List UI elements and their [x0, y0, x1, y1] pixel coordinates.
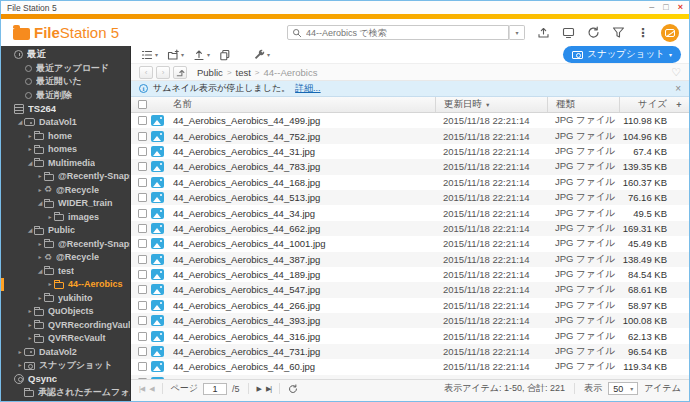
file-row[interactable]: 44_Aerobics_Aerobics_44_266.jpg2015/11/1… [131, 298, 689, 313]
expand-arrow-icon[interactable]: ▸ [16, 349, 24, 355]
expand-arrow-icon[interactable]: ▸ [46, 281, 54, 287]
sidebar-item-item[interactable]: 最近削除 [1, 89, 130, 103]
collapse-arrow-icon[interactable]: ◢ [26, 160, 34, 166]
file-checkbox[interactable] [138, 239, 147, 248]
expand-arrow-icon[interactable]: ▸ [36, 241, 44, 247]
expand-arrow-icon[interactable]: ▸ [36, 254, 44, 260]
next-page-button[interactable]: ▶ [257, 385, 261, 392]
file-checkbox[interactable] [138, 270, 147, 279]
expand-arrow-icon[interactable]: ▸ [26, 133, 34, 139]
expand-arrow-icon[interactable]: ▸ [36, 187, 44, 193]
name-column-header[interactable]: 名前 [173, 97, 435, 112]
sidebar-item-qvrrecordingvaultsys[interactable]: ▸QVRRecordingVaultSys [1, 318, 130, 332]
minimize-button[interactable]: – [649, 3, 654, 12]
file-row[interactable]: 44_Aerobics_Aerobics_44_513.jpg2015/11/1… [131, 190, 689, 205]
file-row[interactable]: 44_Aerobics_Aerobics_44_662.jpg2015/11/1… [131, 221, 689, 236]
file-row[interactable]: 44_Aerobics_Aerobics_44_752.jpg2015/11/1… [131, 128, 689, 143]
close-infobar-button[interactable]: × [675, 84, 681, 94]
sidebar-item-public[interactable]: ◢Public [1, 224, 130, 238]
sidebar-item-item[interactable]: 最近アップロード [1, 62, 130, 76]
sidebar-item-datavol1[interactable]: ◢DataVol1 [1, 116, 130, 130]
sidebar-item-item[interactable]: ▸スナップショット [1, 359, 130, 373]
file-checkbox[interactable] [138, 147, 147, 156]
collapse-arrow-icon[interactable]: ◢ [36, 200, 44, 206]
sidebar-item-home[interactable]: ▸home [1, 129, 130, 143]
sidebar-item-yukihito[interactable]: ▸yukihito [1, 291, 130, 305]
file-row[interactable]: 44_Aerobics_Aerobics_44_393.jpg2015/11/1… [131, 313, 689, 328]
file-checkbox[interactable] [138, 132, 147, 141]
file-row[interactable]: 44_Aerobics_Aerobics_44_31.jpg2015/11/18… [131, 144, 689, 159]
snapshot-button[interactable]: スナップショット ▾ [563, 46, 681, 63]
favorite-button[interactable]: ♡ [671, 67, 681, 78]
select-all-checkbox[interactable] [138, 100, 147, 109]
file-row[interactable]: 44_Aerobics_Aerobics_44_316.jpg2015/11/1… [131, 328, 689, 343]
sidebar-item-multimedia[interactable]: ◢Multimedia [1, 156, 130, 170]
refresh-list-icon[interactable] [288, 384, 298, 394]
parent-folder-button[interactable] [173, 66, 187, 79]
file-checkbox[interactable] [138, 209, 147, 218]
prev-page-button[interactable]: ◀ [149, 385, 153, 392]
type-column-header[interactable]: 種類 [547, 97, 619, 112]
sidebar-item-item[interactable]: 最近開いた [1, 75, 130, 89]
file-checkbox[interactable] [138, 224, 147, 233]
file-checkbox[interactable] [138, 316, 147, 325]
file-row[interactable]: 44_Aerobics_Aerobics_44_547.jpg2015/11/1… [131, 282, 689, 297]
remote-connection-icon[interactable] [562, 26, 575, 39]
sidebar-item-recycle[interactable]: ▸♻@Recycle [1, 183, 130, 197]
file-checkbox[interactable] [138, 362, 147, 371]
sidebar-item-test[interactable]: ◢test [1, 264, 130, 278]
sidebar-item-qvrrecvault[interactable]: ▸QVRRecVault [1, 332, 130, 346]
expand-arrow-icon[interactable]: ▸ [16, 362, 24, 368]
file-row[interactable]: 44_Aerobics_Aerobics_44_783.jpg2015/11/1… [131, 159, 689, 174]
file-row[interactable]: 44_Aerobics_Aerobics_44_1001.jpg2015/11/… [131, 236, 689, 251]
sidebar-item-images[interactable]: ▸images [1, 210, 130, 224]
filter-icon[interactable] [612, 26, 625, 39]
close-window-button[interactable]: × [678, 3, 683, 12]
collapse-arrow-icon[interactable]: ◢ [16, 119, 24, 125]
modified-column-header[interactable]: 更新日時 ▼ [435, 97, 547, 112]
file-checkbox[interactable] [138, 347, 147, 356]
sidebar-item-recently-snapshot[interactable]: ▸@Recently-Snapshot [1, 170, 130, 184]
tools-button[interactable]: ▾ [251, 48, 272, 62]
sidebar-item-wider-train[interactable]: ◢WIDER_train [1, 197, 130, 211]
page-size-select[interactable]: 50 ▾ [608, 382, 638, 395]
file-row[interactable]: 44_Aerobics_Aerobics_44_731.jpg2015/11/1… [131, 344, 689, 359]
last-page-button[interactable]: ▶| [266, 385, 271, 392]
collapse-arrow-icon[interactable]: ◢ [26, 227, 34, 233]
file-row[interactable]: 44_Aerobics_Aerobics_44_499.jpg2015/11/1… [131, 113, 689, 128]
size-column-header[interactable]: サイズ [619, 97, 669, 112]
details-link[interactable]: 詳細... [295, 82, 321, 95]
upload-button[interactable]: ▾ [191, 48, 212, 62]
sidebar-item-quobjects[interactable]: ▸QuObjects [1, 305, 130, 319]
file-row[interactable]: 44_Aerobics_Aerobics_44_34.jpg2015/11/18… [131, 205, 689, 220]
expand-arrow-icon[interactable]: ▸ [26, 322, 34, 328]
file-checkbox[interactable] [138, 178, 147, 187]
breadcrumb-segment-test[interactable]: test [236, 67, 251, 78]
file-row[interactable]: 44_Aerobics_Aerobics_44_60.jpg2015/11/18… [131, 359, 689, 374]
expand-arrow-icon[interactable]: ▸ [46, 214, 54, 220]
file-checkbox[interactable] [138, 162, 147, 171]
page-input[interactable] [203, 383, 227, 395]
file-row[interactable]: 44_Aerobics_Aerobics_44_189.jpg2015/11/1… [131, 267, 689, 282]
more-options-icon[interactable]: ⋮ [637, 27, 649, 39]
expand-arrow-icon[interactable]: ▸ [36, 173, 44, 179]
first-page-button[interactable]: |◀ [139, 385, 144, 392]
expand-arrow-icon[interactable]: ▸ [26, 308, 34, 314]
sidebar-item-homes[interactable]: ▸homes [1, 143, 130, 157]
file-checkbox[interactable] [138, 332, 147, 341]
sidebar-item-recycle[interactable]: ▸♻@Recycle [1, 251, 130, 265]
user-avatar[interactable] [661, 24, 679, 42]
file-checkbox[interactable] [138, 255, 147, 264]
back-button[interactable]: ‹ [139, 66, 153, 79]
sidebar-item-recently-snapshot[interactable]: ▸@Recently-Snapshot [1, 237, 130, 251]
breadcrumb-segment-public[interactable]: Public [197, 67, 223, 78]
copy-button[interactable] [217, 48, 233, 62]
expand-arrow-icon[interactable]: ▸ [26, 335, 34, 341]
sidebar-item-ts264[interactable]: TS264 [1, 102, 130, 116]
expand-arrow-icon[interactable]: ▸ [36, 295, 44, 301]
sidebar-item-item[interactable]: 最近 [1, 48, 130, 62]
file-checkbox[interactable] [138, 285, 147, 294]
background-task-icon[interactable] [537, 26, 550, 39]
search-input[interactable] [306, 28, 504, 38]
maximize-button[interactable]: □ [663, 3, 668, 12]
